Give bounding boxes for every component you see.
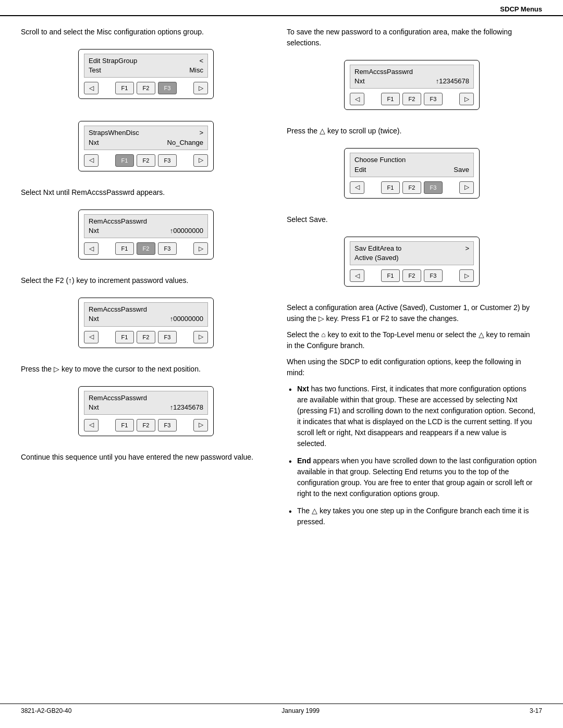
btn-row-2: ◁ F1 F2 F3 ▷ bbox=[84, 154, 208, 167]
r-fn-btn-group-1: F1 F2 F3 bbox=[368, 93, 456, 105]
lcd-1-r1-right: < bbox=[199, 56, 203, 66]
r-right-arrow-icon-2: ▷ bbox=[464, 183, 469, 191]
main-content: Scroll to and select the Misc configurat… bbox=[0, 16, 563, 565]
lcd-4-row1: RemAccssPasswrd bbox=[89, 305, 203, 314]
r-fn-btn-group-2: F1 F2 F3 bbox=[368, 181, 456, 194]
lcd-2-r1-right: > bbox=[199, 128, 203, 138]
r-right-arrow-btn-2[interactable]: ▷ bbox=[459, 181, 474, 194]
right-arrow-btn-4[interactable]: ▷ bbox=[193, 331, 208, 343]
r-f1-btn-1[interactable]: F1 bbox=[381, 93, 400, 105]
left-arrow-btn-4[interactable]: ◁ bbox=[84, 331, 99, 343]
r-device-panel-3: Sav EditArea to > Active (Saved) ◁ F1 F2… bbox=[344, 237, 480, 287]
lcd-5: RemAccssPasswrd Nxt ↑12345678 bbox=[84, 391, 208, 415]
r-lcd-2-r2-left: Edit bbox=[354, 165, 366, 175]
lcd-4-r1-left: RemAccssPasswrd bbox=[89, 305, 147, 314]
r-f2-btn-3[interactable]: F2 bbox=[402, 269, 421, 282]
lcd-2-r1-left: StrapsWhenDisc bbox=[89, 128, 139, 138]
btn-row-1: ◁ F1 F2 F3 ▷ bbox=[84, 82, 208, 94]
f1-btn-5[interactable]: F1 bbox=[115, 419, 134, 431]
r-lcd-1-r2-left: Nxt bbox=[354, 77, 365, 86]
r-left-arrow-icon-1: ◁ bbox=[355, 95, 360, 103]
r-f1-btn-3[interactable]: F1 bbox=[381, 269, 400, 282]
r-device-panel-1: RemAccssPasswrd Nxt ↑12345678 ◁ F1 F2 F3 bbox=[344, 60, 480, 110]
footer-left: 3821-A2-GB20-40 bbox=[21, 707, 71, 714]
f2-btn-1[interactable]: F2 bbox=[137, 82, 155, 94]
fn-btn-group-3: F1 F2 F3 bbox=[102, 242, 190, 255]
r-panel3-wrap: Sav EditArea to > Active (Saved) ◁ F1 F2… bbox=[287, 230, 537, 295]
lcd-1-r2-left: Test bbox=[89, 66, 101, 75]
f3-btn-5[interactable]: F3 bbox=[158, 419, 177, 431]
f2-btn-4[interactable]: F2 bbox=[137, 331, 155, 343]
lcd-2-r2-left: Nxt bbox=[89, 138, 99, 147]
f1-btn-2[interactable]: F1 bbox=[115, 154, 134, 167]
r-left-arrow-btn-1[interactable]: ◁ bbox=[350, 93, 364, 105]
lcd-2-row2: Nxt No_Change bbox=[89, 138, 203, 147]
bullet-item-key: The △ key takes you one step up in the C… bbox=[287, 505, 537, 527]
r-lcd-3: Sav EditArea to > Active (Saved) bbox=[350, 241, 474, 265]
f3-btn-4[interactable]: F3 bbox=[158, 331, 177, 343]
lcd-4-row2: Nxt ↑00000000 bbox=[89, 314, 203, 324]
left-para4: Press the ▷ key to move the cursor to th… bbox=[21, 364, 271, 375]
lcd-4: RemAccssPasswrd Nxt ↑00000000 bbox=[84, 302, 208, 326]
r-f2-btn-1[interactable]: F2 bbox=[402, 93, 421, 105]
r-lcd-2-row2: Edit Save bbox=[354, 165, 469, 175]
f1-btn-4[interactable]: F1 bbox=[115, 331, 134, 343]
fn-btn-group-2: F1 F2 F3 bbox=[102, 154, 190, 167]
lcd-5-r2-right: ↑12345678 bbox=[170, 403, 203, 412]
lcd-1-r2-right: Misc bbox=[189, 66, 203, 75]
f1-btn-3[interactable]: F1 bbox=[115, 242, 134, 255]
lcd-5-r1-left: RemAccssPasswrd bbox=[89, 393, 147, 403]
r-right-arrow-btn-3[interactable]: ▷ bbox=[459, 269, 474, 282]
footer-right: 3-17 bbox=[530, 707, 542, 714]
lcd-3-r2-right: ↑00000000 bbox=[170, 226, 203, 236]
r-lcd-1-r2-right: ↑12345678 bbox=[436, 77, 469, 86]
r-f1-btn-2[interactable]: F1 bbox=[381, 181, 400, 194]
panel5-wrap: RemAccssPasswrd Nxt ↑12345678 ◁ F1 F2 F3 bbox=[21, 380, 271, 445]
r-f3-btn-3[interactable]: F3 bbox=[424, 269, 443, 282]
f2-btn-5[interactable]: F2 bbox=[137, 419, 155, 431]
left-para2: Select Nxt until RemAccssPasswrd appears… bbox=[21, 187, 271, 198]
right-arrow-btn-5[interactable]: ▷ bbox=[193, 419, 208, 431]
lcd-5-row1: RemAccssPasswrd bbox=[89, 393, 203, 403]
right-arrow-btn-1[interactable]: ▷ bbox=[193, 82, 208, 94]
device-panel-2: StrapsWhenDisc > Nxt No_Change ◁ F1 F2 bbox=[78, 121, 214, 171]
f3-btn-3[interactable]: F3 bbox=[158, 242, 177, 255]
r-left-arrow-btn-2[interactable]: ◁ bbox=[350, 181, 364, 194]
btn-row-3: ◁ F1 F2 F3 ▷ bbox=[84, 242, 208, 255]
bullet-end-body: appears when you have scrolled down to t… bbox=[297, 456, 536, 498]
left-arrow-icon-2: ◁ bbox=[89, 156, 94, 164]
r-f3-btn-2[interactable]: F3 bbox=[424, 181, 443, 194]
lcd-3-row1: RemAccssPasswrd bbox=[89, 217, 203, 226]
f3-btn-1[interactable]: F3 bbox=[158, 82, 177, 94]
f2-btn-2[interactable]: F2 bbox=[137, 154, 155, 167]
left-arrow-icon-4: ◁ bbox=[89, 333, 94, 341]
r-left-arrow-btn-3[interactable]: ◁ bbox=[350, 269, 364, 282]
lcd-1: Edit StrapGroup < Test Misc bbox=[84, 54, 208, 78]
right-para3: Select Save. bbox=[287, 214, 537, 225]
r-f3-btn-1[interactable]: F3 bbox=[424, 93, 443, 105]
right-para2: Press the △ key to scroll up (twice). bbox=[287, 126, 537, 137]
bullet-end-bold: End bbox=[297, 456, 311, 465]
f2-btn-3[interactable]: F2 bbox=[137, 242, 155, 255]
left-arrow-btn-3[interactable]: ◁ bbox=[84, 242, 99, 255]
lcd-4-r2-left: Nxt bbox=[89, 314, 99, 324]
r-lcd-2-r2-right: Save bbox=[454, 165, 469, 175]
device-panel-3: RemAccssPasswrd Nxt ↑00000000 ◁ F1 F2 F3 bbox=[78, 209, 214, 260]
left-arrow-btn-1[interactable]: ◁ bbox=[84, 82, 99, 94]
r-lcd-3-row2: Active (Saved) bbox=[354, 253, 469, 263]
f3-btn-2[interactable]: F3 bbox=[158, 154, 177, 167]
r-f2-btn-2[interactable]: F2 bbox=[402, 181, 421, 194]
panel4-wrap: RemAccssPasswrd Nxt ↑00000000 ◁ F1 F2 F3 bbox=[21, 291, 271, 356]
footer-center: January 1999 bbox=[282, 707, 320, 714]
right-arrow-btn-2[interactable]: ▷ bbox=[193, 154, 208, 167]
r-right-arrow-icon-3: ▷ bbox=[464, 272, 469, 280]
left-arrow-btn-2[interactable]: ◁ bbox=[84, 154, 99, 167]
lcd-3-row2: Nxt ↑00000000 bbox=[89, 226, 203, 236]
r-right-arrow-btn-1[interactable]: ▷ bbox=[459, 93, 474, 105]
left-arrow-btn-5[interactable]: ◁ bbox=[84, 419, 99, 431]
r-lcd-2-row1: Choose Function bbox=[354, 155, 469, 165]
right-arrow-btn-3[interactable]: ▷ bbox=[193, 242, 208, 255]
fn-btn-group-4: F1 F2 F3 bbox=[102, 331, 190, 343]
left-arrow-icon-3: ◁ bbox=[89, 245, 94, 253]
f1-btn-1[interactable]: F1 bbox=[115, 82, 134, 94]
